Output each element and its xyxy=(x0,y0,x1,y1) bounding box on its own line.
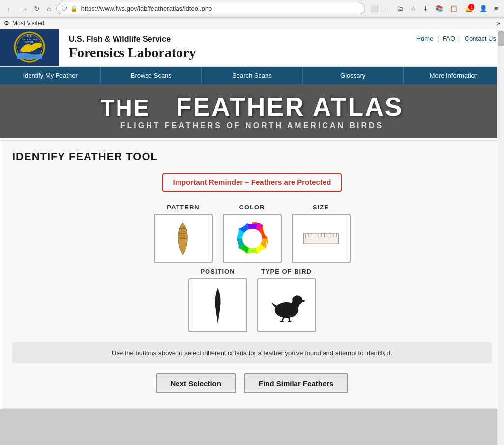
page-button[interactable]: ⬜ xyxy=(368,4,380,13)
svg-text:SERVICE: SERVICE xyxy=(25,41,34,43)
hero-main: FEATHER ATLAS xyxy=(176,92,404,121)
nav-browse[interactable]: Browse Scans xyxy=(101,67,202,84)
main-content: IDENTIFY FEATHER TOOL Important Reminder… xyxy=(2,140,502,409)
reminder-text: Important Reminder – Feathers are Protec… xyxy=(173,178,331,186)
action-buttons: Next Selection Find Similar Feathers xyxy=(12,373,492,398)
svg-text:U.S.: U.S. xyxy=(27,35,32,38)
fws-logo-svg: U.S. FISH & WILDLIFE SERVICE xyxy=(10,31,49,63)
tool-title: IDENTIFY FEATHER TOOL xyxy=(12,150,492,163)
refresh-button[interactable]: ↻ xyxy=(31,4,42,14)
notification-badge: 1 xyxy=(468,4,474,10)
position-feather-icon xyxy=(208,286,228,325)
expand-bookmarks-button[interactable]: » xyxy=(497,20,500,27)
svg-point-31 xyxy=(292,295,302,305)
main-nav: Identify My Feather Browse Scans Search … xyxy=(0,67,504,84)
criteria-row-2: POSITION TYPE OF BIRD xyxy=(188,268,316,332)
hero-subtitle: FLIGHT FEATHERS OF NORTH AMERICAN BIRDS xyxy=(5,121,499,130)
color-label: COLOR xyxy=(239,204,265,211)
bird-type-box[interactable] xyxy=(257,278,316,332)
home-button[interactable]: ⌂ xyxy=(44,4,53,14)
instruction-text: Use the buttons above to select differen… xyxy=(112,349,392,356)
site-wrapper: U.S. FISH & WILDLIFE SERVICE U.S. Fish &… xyxy=(0,29,504,409)
pattern-label: PATTERN xyxy=(167,204,199,211)
nav-buttons: ← → ↻ ⌂ xyxy=(4,4,53,14)
nav-search[interactable]: Search Scans xyxy=(202,67,302,84)
back-button[interactable]: ← xyxy=(4,4,16,14)
criteria-grid: PATTERN xyxy=(12,204,492,332)
reminder-box: Important Reminder – Feathers are Protec… xyxy=(162,173,342,192)
nav-glossary[interactable]: Glossary xyxy=(303,67,404,84)
color-box[interactable] xyxy=(223,214,282,263)
notification-button[interactable]: 🔔 1 xyxy=(463,4,474,13)
address-bar[interactable]: 🛡 🔒 https://www.fws.gov/lab/featheratlas… xyxy=(56,3,365,14)
color-wheel-icon xyxy=(235,221,270,256)
position-label: POSITION xyxy=(200,268,235,275)
color-item: COLOR xyxy=(223,204,282,263)
instruction-area: Use the buttons above to select differen… xyxy=(12,342,492,363)
pattern-box[interactable] xyxy=(154,214,213,263)
faq-link[interactable]: FAQ xyxy=(443,35,455,42)
svg-point-15 xyxy=(242,229,262,248)
profile-button[interactable]: 👤 xyxy=(477,4,489,13)
lab-name: Forensics Laboratory xyxy=(69,45,399,60)
next-selection-button[interactable]: Next Selection xyxy=(156,373,236,393)
shield-icon: 🛡 xyxy=(61,5,67,12)
position-box[interactable] xyxy=(188,278,247,332)
lock-icon: 🔒 xyxy=(70,5,78,12)
browser-icons: ⬜ ··· 🗂 ☆ ⬇ 📚 📋 🔔 1 👤 ≡ xyxy=(368,4,500,13)
download-button[interactable]: ⬇ xyxy=(421,4,430,13)
pattern-item: PATTERN xyxy=(154,204,213,263)
forward-button[interactable]: → xyxy=(18,4,30,14)
svg-point-2 xyxy=(37,43,42,48)
header-links: Home | FAQ | Contact Us xyxy=(409,29,504,46)
agency-name: U.S. Fish & Wildlife Service xyxy=(69,35,399,44)
criteria-row-1: PATTERN xyxy=(154,204,351,263)
feather-icon xyxy=(172,220,194,257)
bookmarks-bar: ⚙ Most Visited » xyxy=(0,18,504,29)
svg-line-33 xyxy=(289,317,290,321)
size-label: SIZE xyxy=(313,204,329,211)
sep2: | xyxy=(459,35,461,42)
size-box[interactable] xyxy=(292,214,351,263)
find-similar-button[interactable]: Find Similar Feathers xyxy=(244,373,349,393)
site-title-area: U.S. Fish & Wildlife Service Forensics L… xyxy=(59,31,409,64)
star-button[interactable]: ☆ xyxy=(408,4,418,13)
reminder-wrapper: Important Reminder – Feathers are Protec… xyxy=(12,173,492,204)
agency-logo: U.S. FISH & WILDLIFE SERVICE xyxy=(0,29,59,66)
url-text: https://www.fws.gov/lab/featheratlas/idt… xyxy=(81,5,212,12)
bird-type-item: TYPE OF BIRD xyxy=(257,268,316,332)
svg-line-32 xyxy=(282,317,283,321)
synced-tabs-button[interactable]: 📋 xyxy=(448,4,460,13)
menu-dots-button[interactable]: ··· xyxy=(383,4,392,13)
most-visited-label[interactable]: Most Visited xyxy=(12,20,44,27)
page-container: ← → ↻ ⌂ 🛡 🔒 https://www.fws.gov/lab/feat… xyxy=(0,0,504,409)
bird-type-label: TYPE OF BIRD xyxy=(261,268,312,275)
most-visited-icon: ⚙ xyxy=(4,20,9,27)
duck-icon xyxy=(267,290,306,322)
scrollbar-track xyxy=(497,30,504,445)
ruler-icon xyxy=(301,226,341,251)
pocket-button[interactable]: 🗂 xyxy=(395,4,405,13)
hero-title: THE FEATHER ATLAS xyxy=(5,94,499,119)
browser-toolbar: ← → ↻ ⌂ 🛡 🔒 https://www.fws.gov/lab/feat… xyxy=(0,0,504,18)
hero-banner: THE FEATHER ATLAS FLIGHT FEATHERS OF NOR… xyxy=(0,84,504,138)
home-link[interactable]: Home xyxy=(416,35,434,42)
scrollbar-thumb[interactable] xyxy=(498,31,504,46)
site-header: U.S. FISH & WILDLIFE SERVICE U.S. Fish &… xyxy=(0,29,504,67)
size-item: SIZE xyxy=(292,204,351,263)
nav-more-info[interactable]: More Information xyxy=(404,67,504,84)
more-button[interactable]: ≡ xyxy=(492,4,500,13)
position-item: POSITION xyxy=(188,268,247,332)
hero-the: THE xyxy=(100,95,150,120)
contact-link[interactable]: Contact Us xyxy=(465,35,496,42)
sep1: | xyxy=(437,35,439,42)
library-button[interactable]: 📚 xyxy=(433,4,445,13)
nav-identify[interactable]: Identify My Feather xyxy=(0,67,101,84)
